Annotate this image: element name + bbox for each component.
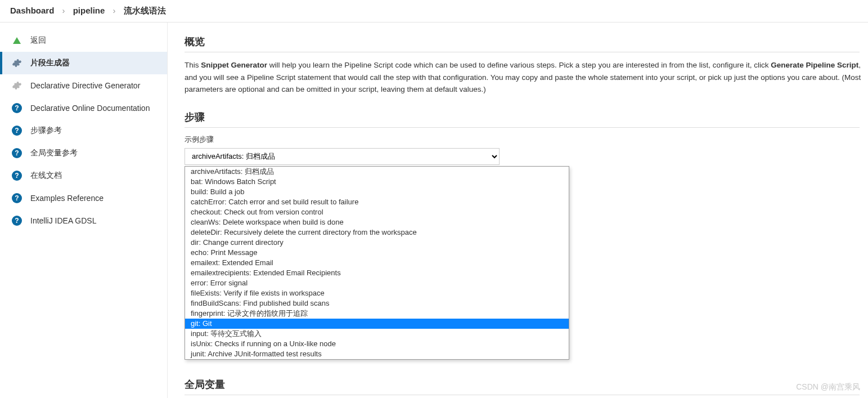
sidebar-item-online-docs[interactable]: ? 在线文档 [0,164,167,187]
gear-icon [11,80,23,91]
breadcrumb: Dashboard › pipeline › 流水线语法 [0,0,868,23]
help-icon: ? [11,147,23,159]
breadcrumb-dashboard[interactable]: Dashboard [10,6,54,15]
dropdown-option[interactable]: junit: Archive JUnit-formatted test resu… [185,349,569,359]
help-icon: ? [11,102,23,114]
dropdown-option[interactable]: isUnix: Checks if running on a Unix-like… [185,339,569,349]
sidebar-item-declarative-online-docs[interactable]: ? Declarative Online Documentation [0,97,167,119]
sidebar-item-label: 全局变量参考 [30,148,78,158]
sidebar: 返回 片段生成器 Declarative Directive Generator… [0,23,168,398]
dropdown-option[interactable]: build: Build a job [185,187,569,197]
help-icon: ? [11,215,23,226]
overview-description: This Snippet Generator will help you lea… [185,59,868,96]
steps-heading: 步骤 [185,110,860,128]
global-vars-heading: 全局变量 [185,378,860,395]
dropdown-option[interactable]: findBuildScans: Find published build sca… [185,298,569,308]
chevron-right-icon: › [62,6,65,15]
watermark: CSDN @南宫乘风 [796,382,860,392]
sidebar-item-label: Declarative Directive Generator [30,81,140,90]
dropdown-option[interactable]: input: 等待交互式输入 [185,329,569,339]
dropdown-option[interactable]: error: Error signal [185,278,569,288]
dropdown-option[interactable]: checkout: Check out from version control [185,207,569,217]
dropdown-option[interactable]: git: Git [185,319,569,329]
dropdown-option[interactable]: bat: Windows Batch Script [185,177,569,187]
sidebar-item-declarative-directive-generator[interactable]: Declarative Directive Generator [0,74,167,97]
breadcrumb-pipeline[interactable]: pipeline [73,6,105,15]
sidebar-item-step-reference[interactable]: ? 步骤参考 [0,119,167,142]
sample-step-select[interactable]: archiveArtifacts: 归档成品 [185,148,500,165]
sidebar-item-label: 片段生成器 [30,58,70,68]
gear-icon [11,57,23,69]
dropdown-option[interactable]: emailextrecipients: Extended Email Recip… [185,268,569,278]
chevron-right-icon: › [113,6,116,15]
dropdown-option[interactable]: library: Load a shared library on the fl… [185,359,569,360]
sidebar-item-label: 返回 [30,35,46,46]
help-icon: ? [11,170,23,181]
arrow-up-icon [11,35,23,46]
dropdown-option[interactable]: fileExists: Verify if file exists in wor… [185,288,569,298]
sample-step-dropdown[interactable]: archiveArtifacts: 归档成品bat: Windows Batch… [185,166,569,360]
sidebar-item-snippet-generator[interactable]: 片段生成器 [0,52,167,74]
main-content: 概览 This Snippet Generator will help you … [168,23,868,398]
help-icon: ? [11,125,23,136]
dropdown-option[interactable]: emailext: Extended Email [185,258,569,268]
sample-step-label: 示例步骤 [185,135,868,145]
sidebar-item-back[interactable]: 返回 [0,29,167,52]
sidebar-item-label: IntelliJ IDEA GDSL [30,216,97,225]
dropdown-option[interactable]: cleanWs: Delete workspace when build is … [185,217,569,227]
sidebar-item-global-vars-reference[interactable]: ? 全局变量参考 [0,142,167,164]
dropdown-option[interactable]: dir: Change current directory [185,238,569,248]
dropdown-option[interactable]: catchError: Catch error and set build re… [185,197,569,207]
sidebar-item-label: Declarative Online Documentation [30,104,150,113]
breadcrumb-pipeline-syntax[interactable]: 流水线语法 [124,6,166,15]
sidebar-item-label: 在线文档 [30,171,62,181]
sidebar-item-intellij-gdsl[interactable]: ? IntelliJ IDEA GDSL [0,209,167,232]
dropdown-option[interactable]: archiveArtifacts: 归档成品 [185,167,569,177]
sidebar-item-examples-reference[interactable]: ? Examples Reference [0,187,167,209]
dropdown-option[interactable]: deleteDir: Recursively delete the curren… [185,227,569,238]
sidebar-item-label: Examples Reference [30,194,104,203]
dropdown-option[interactable]: echo: Print Message [185,248,569,258]
help-icon: ? [11,193,23,204]
dropdown-option[interactable]: fingerprint: 记录文件的指纹用于追踪 [185,308,569,319]
overview-heading: 概览 [185,35,860,52]
sidebar-item-label: 步骤参考 [30,126,62,136]
